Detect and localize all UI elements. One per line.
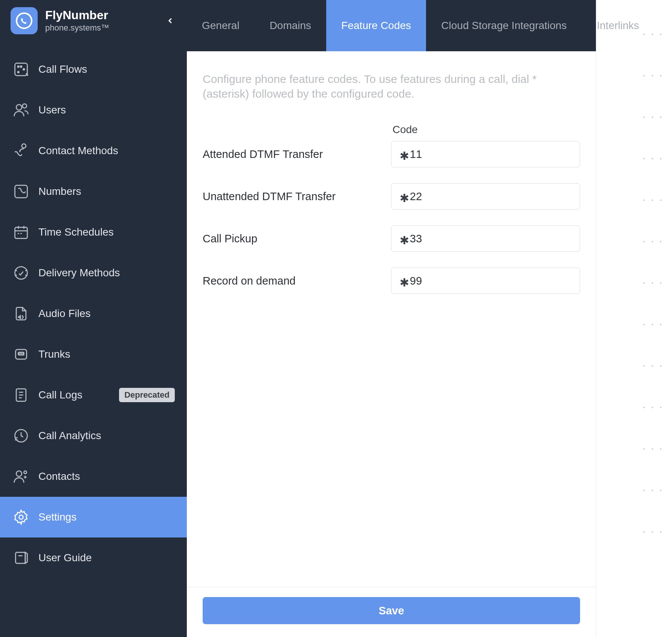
asterisk-prefix: ✱ [400,276,409,289]
brand-subtitle: phone.systems™ [45,23,163,33]
sidebar-item-label: Call Flows [38,63,87,75]
svg-rect-34 [15,552,25,563]
svg-point-4 [23,69,25,70]
brand-title: FlyNumber [45,9,163,22]
calendar-icon [12,223,30,241]
tab-bar: General Domains Feature Codes Cloud Stor… [187,0,596,51]
svg-point-16 [15,267,27,279]
collapse-sidebar-button[interactable] [163,13,178,28]
svg-point-30 [24,471,26,473]
code-input-record[interactable] [410,275,571,287]
asterisk-prefix: ✱ [400,234,409,247]
sidebar-nav: Call Flows Users Contact Methods Numbers… [0,41,187,578]
tab-domains[interactable]: Domains [255,0,326,51]
row-label: Unattended DTMF Transfer [203,190,391,203]
svg-point-33 [19,515,23,519]
app-logo [11,7,38,34]
code-input-wrap[interactable]: ✱ [391,225,580,252]
sidebar-item-contacts[interactable]: Contacts [0,456,187,497]
content-body: Configure phone feature codes. To use fe… [187,51,596,587]
rail-row [596,428,672,470]
rail-row [596,387,672,428]
numbers-icon [12,182,30,201]
svg-point-29 [16,471,22,476]
sidebar-item-label: Call Analytics [38,430,101,442]
call-flows-icon [12,60,30,78]
code-column-header: Code [391,124,418,136]
svg-point-20 [21,353,21,354]
code-input-attended[interactable] [410,148,571,161]
page-description: Configure phone feature codes. To use fe… [203,72,572,101]
code-input-wrap[interactable]: ✱ [391,183,580,210]
content-footer: Save [187,587,596,637]
tab-cloud-storage[interactable]: Cloud Storage Integrations [426,0,582,51]
svg-point-6 [16,104,22,110]
users-icon [12,101,30,119]
sidebar-item-user-guide[interactable]: User Guide [0,537,187,578]
call-logs-icon [12,386,30,404]
row-label: Call Pickup [203,233,391,245]
sidebar-item-numbers[interactable]: Numbers [0,171,187,212]
sidebar-item-call-logs[interactable]: Call Logs Deprecated [0,375,187,415]
main-area: General Domains Feature Codes Cloud Stor… [187,0,672,637]
sidebar-item-label: Contacts [38,470,80,482]
rail-row [596,262,672,304]
delivery-icon [12,264,30,282]
sidebar-item-settings[interactable]: Settings [0,497,187,537]
sidebar-item-trunks[interactable]: Trunks [0,334,187,375]
sidebar-item-label: User Guide [38,552,92,564]
contacts-icon [12,467,30,485]
sidebar-item-label: Settings [38,511,76,523]
code-input-wrap[interactable]: ✱ [391,141,580,167]
feature-codes-form: Code Attended DTMF Transfer ✱ Unattended… [203,124,580,294]
svg-point-8 [22,144,26,148]
code-input-wrap[interactable]: ✱ [391,268,580,294]
sidebar-item-users[interactable]: Users [0,90,187,130]
content-column: General Domains Feature Codes Cloud Stor… [187,0,596,637]
sidebar-item-label: Time Schedules [38,226,114,238]
sidebar-item-label: Numbers [38,185,81,198]
sidebar-item-call-analytics[interactable]: Call Analytics [0,415,187,456]
svg-rect-1 [15,63,27,76]
gear-icon [12,508,30,526]
trunks-icon [12,345,30,363]
asterisk-prefix: ✱ [400,149,409,162]
tab-general[interactable]: General [187,0,255,51]
svg-point-2 [18,66,19,67]
rail-row [596,345,672,387]
rail-row [596,138,672,179]
row-unattended-transfer: Unattended DTMF Transfer ✱ [203,183,580,210]
sidebar-item-label: Audio Files [38,308,91,320]
asterisk-prefix: ✱ [400,191,409,205]
sidebar-item-time-schedules[interactable]: Time Schedules [0,212,187,253]
sidebar: FlyNumber phone.systems™ Call Flows User… [0,0,187,637]
svg-point-21 [23,353,24,354]
chevron-left-icon [166,16,175,25]
code-input-pickup[interactable] [410,233,571,245]
deprecated-badge: Deprecated [119,388,175,402]
svg-rect-10 [15,227,27,238]
rail-row [596,470,672,511]
sidebar-item-label: Trunks [38,348,70,360]
code-input-unattended[interactable] [410,190,571,203]
tab-feature-codes[interactable]: Feature Codes [326,0,426,51]
sidebar-item-label: Contact Methods [38,145,118,157]
svg-point-3 [20,66,22,67]
rail-row [596,304,672,345]
sidebar-item-label: Delivery Methods [38,267,120,279]
svg-point-0 [17,13,32,28]
sidebar-item-delivery-methods[interactable]: Delivery Methods [0,253,187,293]
svg-point-5 [18,72,19,73]
column-headers: Code [203,124,580,136]
sidebar-item-call-flows[interactable]: Call Flows [0,49,187,90]
rail-row [596,511,672,553]
rail-row [596,96,672,138]
brand-text: FlyNumber phone.systems™ [45,9,163,32]
sidebar-item-contact-methods[interactable]: Contact Methods [0,130,187,171]
rail-row [596,55,672,96]
save-button[interactable]: Save [203,597,580,624]
svg-point-19 [19,353,20,354]
sidebar-item-audio-files[interactable]: Audio Files [0,293,187,334]
audio-file-icon [12,305,30,323]
svg-point-7 [23,104,27,108]
